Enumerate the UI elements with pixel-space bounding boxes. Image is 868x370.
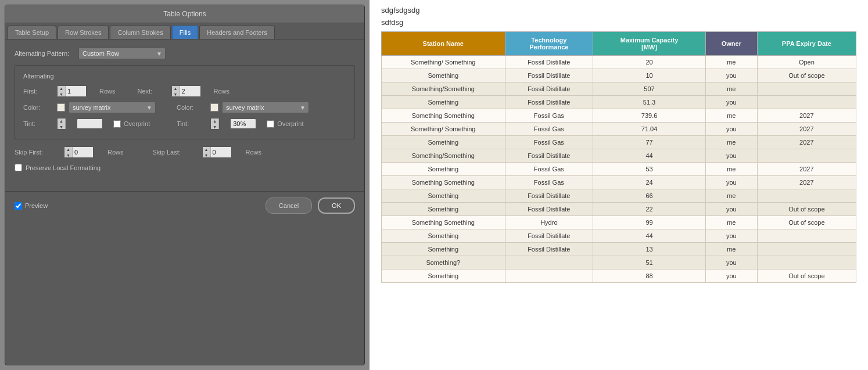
tab-row-strokes[interactable]: Row Strokes xyxy=(58,26,109,39)
cell-tech xyxy=(505,270,593,283)
cell-station: Something/ Something xyxy=(382,56,505,69)
table-row: Something SomethingFossil Gas739.6me2027 xyxy=(382,109,856,123)
first-rows-label: Rows xyxy=(99,88,116,95)
color1-select[interactable]: survey matrix xyxy=(69,102,156,113)
preview-label: Preview xyxy=(25,202,48,209)
first-rows-input[interactable] xyxy=(66,85,86,97)
skip-first-down[interactable]: ▼ xyxy=(64,152,72,158)
skip-row: Skip First: ▲ ▼ Rows Skip Last: ▲ ▼ Rows xyxy=(15,146,355,158)
color1-label: Color: xyxy=(23,104,46,111)
cell-capacity: 99 xyxy=(593,216,706,229)
cell-owner: you xyxy=(705,123,757,136)
overprint2-checkbox[interactable] xyxy=(267,120,274,128)
first-label: First: xyxy=(23,88,46,95)
skip-last-down[interactable]: ▼ xyxy=(203,152,210,158)
cell-owner: me xyxy=(705,109,757,123)
cell-capacity: 44 xyxy=(593,149,706,163)
cell-ppa xyxy=(757,229,856,243)
tint1-label: Tint: xyxy=(23,120,46,127)
preserve-row: Preserve Local Formatting xyxy=(15,164,355,171)
tint2-spin-up[interactable]: ▲ xyxy=(211,118,218,124)
preserve-checkbox[interactable] xyxy=(15,164,22,171)
cell-station: Something? xyxy=(382,256,505,270)
first-spin-buttons[interactable]: ▲ ▼ xyxy=(58,85,66,97)
cell-owner: me xyxy=(705,216,757,229)
cell-capacity: 24 xyxy=(593,176,706,189)
next-spin-buttons[interactable]: ▲ ▼ xyxy=(172,85,180,97)
th-owner: Owner xyxy=(705,32,757,56)
cell-capacity: 739.6 xyxy=(593,109,706,123)
tint1-input[interactable] xyxy=(77,118,103,129)
cell-ppa: Out of scope xyxy=(757,203,856,216)
skip-last-spin[interactable]: ▲ ▼ xyxy=(203,146,211,158)
alternating-pattern-select[interactable]: Custom Row xyxy=(78,48,166,59)
cell-capacity: 66 xyxy=(593,189,706,203)
tint2-spin-down[interactable]: ▼ xyxy=(211,124,218,130)
color1-select-wrapper: survey matrix ▼ xyxy=(57,102,156,113)
cell-owner: you xyxy=(705,69,757,82)
next-spin-down[interactable]: ▼ xyxy=(172,91,180,97)
tint2-input[interactable] xyxy=(230,118,256,129)
table-row: SomethingFossil Distillate66me xyxy=(382,189,856,203)
tint1-spin-up[interactable]: ▲ xyxy=(58,118,65,124)
cell-tech: Fossil Gas xyxy=(505,123,593,136)
skip-last-input[interactable] xyxy=(211,146,231,158)
tint1-spin-buttons[interactable]: ▲ ▼ xyxy=(58,118,66,130)
ok-button[interactable]: OK xyxy=(318,197,355,214)
next-rows-input[interactable] xyxy=(180,85,200,97)
tab-fills[interactable]: Fills xyxy=(172,26,199,39)
table-row: SomethingFossil Distillate44you xyxy=(382,229,856,243)
table-row: Something88youOut of scope xyxy=(382,270,856,283)
tab-headers-and-footers[interactable]: Headers and Footers xyxy=(199,26,274,39)
data-table: Station Name TechnologyPerformance Maxim… xyxy=(381,31,856,283)
overprint2-wrapper: Overprint xyxy=(267,120,303,128)
skip-last-wrapper: ▲ ▼ xyxy=(202,146,232,158)
first-input-wrapper: ▲ ▼ xyxy=(57,85,87,97)
overprint1-checkbox[interactable] xyxy=(113,120,121,128)
skip-first-up[interactable]: ▲ xyxy=(64,146,72,152)
cancel-button[interactable]: Cancel xyxy=(266,197,312,214)
cell-owner: you xyxy=(705,96,757,109)
first-spin-down[interactable]: ▼ xyxy=(58,91,65,97)
tint2-spin-buttons[interactable]: ▲ ▼ xyxy=(211,118,219,130)
preview-checkbox[interactable] xyxy=(15,202,22,210)
cell-tech: Fossil Gas xyxy=(505,136,593,149)
cell-owner: you xyxy=(705,149,757,163)
cell-station: Something xyxy=(382,229,505,243)
cell-owner: me xyxy=(705,56,757,69)
cell-station: Something xyxy=(382,163,505,176)
next-rows-label: Rows xyxy=(214,88,230,95)
skip-first-input[interactable] xyxy=(73,146,93,158)
cell-capacity: 44 xyxy=(593,229,706,243)
overprint1-wrapper: Overprint xyxy=(113,120,150,128)
next-spin-up[interactable]: ▲ xyxy=(172,85,180,91)
cell-station: Something/Something xyxy=(382,149,505,163)
skip-first-wrapper: ▲ ▼ xyxy=(64,146,94,158)
skip-first-label: Skip First: xyxy=(15,149,52,156)
table-row: SomethingFossil Distillate22youOut of sc… xyxy=(382,203,856,216)
cell-ppa xyxy=(757,243,856,256)
cell-tech: Fossil Distillate xyxy=(505,203,593,216)
table-row: SomethingFossil Gas77me2027 xyxy=(382,136,856,149)
cell-ppa: Out of scope xyxy=(757,69,856,82)
skip-last-up[interactable]: ▲ xyxy=(203,146,210,152)
table-row: Something/ SomethingFossil Distillate20m… xyxy=(382,56,856,69)
cell-station: Something xyxy=(382,243,505,256)
next-label: Next: xyxy=(138,88,161,95)
tab-column-strokes[interactable]: Column Strokes xyxy=(110,26,170,39)
cell-station: Something xyxy=(382,203,505,216)
tab-table-setup[interactable]: Table Setup xyxy=(8,26,56,39)
tint1-spin-down[interactable]: ▼ xyxy=(58,124,65,130)
first-spin-up[interactable]: ▲ xyxy=(58,85,65,91)
table-row: SomethingFossil Distillate13me xyxy=(382,243,856,256)
cell-ppa: Out of scope xyxy=(757,270,856,283)
alternating-pattern-row: Alternating Pattern: Custom Row ▼ xyxy=(15,48,355,59)
tint2-spin-wrapper: ▲ ▼ xyxy=(210,118,220,130)
alternating-pattern-label: Alternating Pattern: xyxy=(15,50,78,57)
cell-ppa xyxy=(757,189,856,203)
skip-first-spin[interactable]: ▲ ▼ xyxy=(64,146,73,158)
dialog-footer: Preview Cancel OK xyxy=(5,191,364,220)
preserve-label: Preserve Local Formatting xyxy=(26,164,101,171)
footer-buttons: Cancel OK xyxy=(266,197,355,214)
color2-select[interactable]: survey matrix xyxy=(222,102,309,113)
